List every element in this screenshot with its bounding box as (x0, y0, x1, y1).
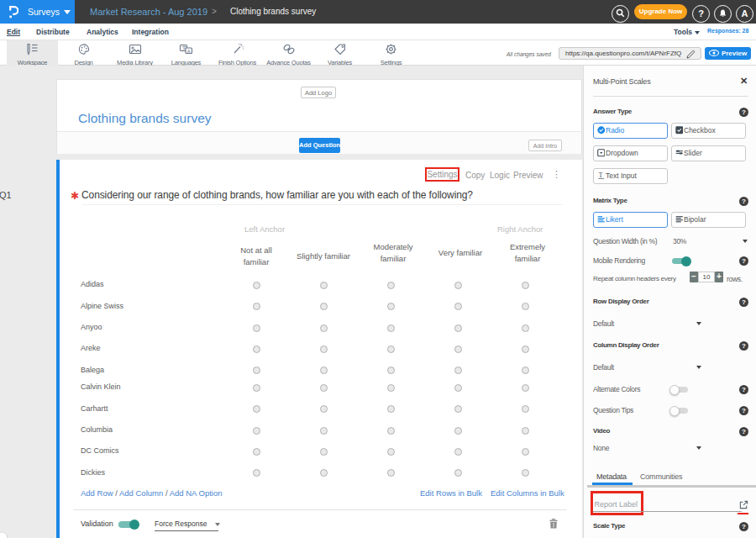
svg-text:T: T (598, 171, 602, 179)
svg-text:A: A (187, 49, 191, 54)
